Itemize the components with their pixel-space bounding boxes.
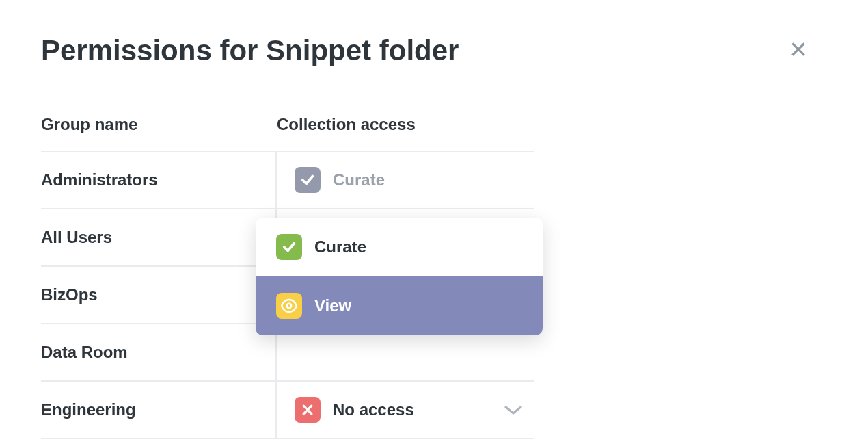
check-icon — [276, 234, 302, 260]
column-header-access: Collection access — [277, 115, 534, 134]
dropdown-option-curate[interactable]: Curate — [256, 218, 543, 276]
group-name: Administrators — [41, 152, 277, 208]
group-name: Data Room — [41, 324, 277, 380]
group-name: BizOps — [41, 267, 277, 323]
x-icon — [295, 397, 321, 423]
table-row: Engineering No access — [41, 382, 534, 439]
table-row: Administrators Curate — [41, 152, 534, 209]
access-cell: Curate — [277, 152, 534, 208]
dropdown-option-label: View — [314, 296, 351, 315]
access-cell[interactable]: No access — [277, 382, 534, 438]
access-dropdown: Curate View — [256, 218, 543, 335]
access-label: Curate — [333, 170, 385, 190]
access-label: No access — [333, 400, 414, 419]
group-name: All Users — [41, 209, 277, 265]
svg-point-0 — [287, 304, 291, 308]
eye-icon — [276, 293, 302, 319]
close-button[interactable] — [787, 38, 809, 60]
dropdown-option-label: Curate — [314, 237, 366, 257]
column-header-group: Group name — [41, 115, 277, 134]
dropdown-option-view[interactable]: View — [256, 276, 543, 335]
group-name: Engineering — [41, 382, 277, 438]
permissions-modal: Permissions for Snippet folder Group nam… — [0, 0, 868, 442]
modal-title: Permissions for Snippet folder — [41, 34, 827, 67]
table-header: Group name Collection access — [41, 115, 534, 152]
close-icon — [789, 40, 807, 58]
check-icon — [295, 167, 321, 193]
chevron-down-icon[interactable] — [503, 404, 524, 416]
